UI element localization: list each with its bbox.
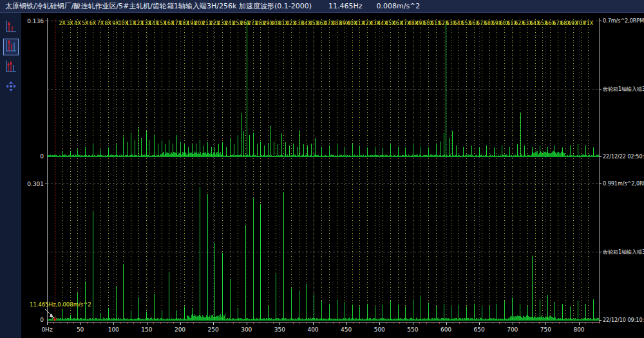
svg-text:400: 400 [307,326,318,333]
svg-text:450: 450 [341,326,352,333]
svg-text:100: 100 [108,326,119,333]
svg-text:750: 750 [540,326,551,333]
dual-spectrum-tool-button[interactable] [3,39,19,55]
svg-text:600: 600 [440,326,451,333]
svg-text:550: 550 [407,326,418,333]
svg-text:7X: 7X [97,21,104,26]
svg-text:8X: 8X [104,21,111,26]
cursor-frequency-readout: 11.465Hz [328,2,363,10]
svg-text:500: 500 [374,326,385,333]
pan-tool-button[interactable] [3,79,19,96]
single-spectrum-tool-button[interactable] [3,19,19,36]
svg-text:0.136: 0.136 [27,18,44,24]
svg-text:650: 650 [474,326,485,333]
svg-text:150: 150 [141,326,152,333]
svg-text:71X: 71X [583,21,594,26]
title-bar: 太原钢铁/冷轧硅钢厂/酸连轧作业区/5#主轧机/齿轮箱1轴输入端3H/256k … [0,0,644,13]
svg-text:0.7m/s^2,0RPM: 0.7m/s^2,0RPM [603,18,644,24]
multi-spectrum-icon [5,59,17,76]
spectrum-chart[interactable]: 2X3X4X5X6X7X8X9X10X11X12X13X14X15X16X17X… [0,0,644,338]
cursor-amplitude-readout: 0.008m/s^2 [376,2,420,10]
svg-text:0.991m/s^2,0RPM: 0.991m/s^2,0RPM [603,181,644,187]
svg-text:0Hz: 0Hz [41,326,52,333]
svg-text:22/12/10 09:10:00: 22/12/10 09:10:00 [603,317,644,323]
svg-text:50: 50 [77,326,84,333]
spectrum-icon [5,19,17,36]
svg-text:0.301: 0.301 [27,181,44,187]
svg-text:250: 250 [208,326,219,333]
chart-area: 2X3X4X5X6X7X8X9X10X11X12X13X14X15X16X17X… [21,13,644,338]
svg-text:5X: 5X [82,21,89,26]
move-cross-icon [5,80,17,95]
svg-text:22/12/22 02:50:00: 22/12/22 02:50:00 [603,154,644,160]
svg-text:0: 0 [40,153,44,160]
svg-text:300: 300 [241,326,252,333]
svg-text:齿轮箱1轴输入端3H: 齿轮箱1轴输入端3H [603,86,644,92]
svg-text:6X: 6X [90,21,97,26]
dual-spectrum-icon [5,39,17,55]
svg-text:700: 700 [507,326,518,333]
breadcrumb-path: 太原钢铁/冷轧硅钢厂/酸连轧作业区/5#主轧机/齿轮箱1轴输入端3H/256k … [5,2,312,10]
svg-text:800: 800 [573,326,584,333]
svg-text:0: 0 [40,317,44,323]
svg-text:200: 200 [175,326,185,333]
multi-spectrum-tool-button[interactable] [3,59,19,76]
svg-text:350: 350 [274,326,285,333]
svg-text:齿轮箱1轴输入端3H: 齿轮箱1轴输入端3H [603,249,644,255]
svg-text:11.465Hz,0.008m/s^2: 11.465Hz,0.008m/s^2 [30,301,91,308]
svg-text:3X: 3X [66,21,73,26]
svg-text:4X: 4X [74,21,81,26]
toolbar-sidebar [0,13,21,338]
svg-text:2X: 2X [59,21,66,26]
app-window: 太原钢铁/冷轧硅钢厂/酸连轧作业区/5#主轧机/齿轮箱1轴输入端3H/256k … [0,0,644,338]
